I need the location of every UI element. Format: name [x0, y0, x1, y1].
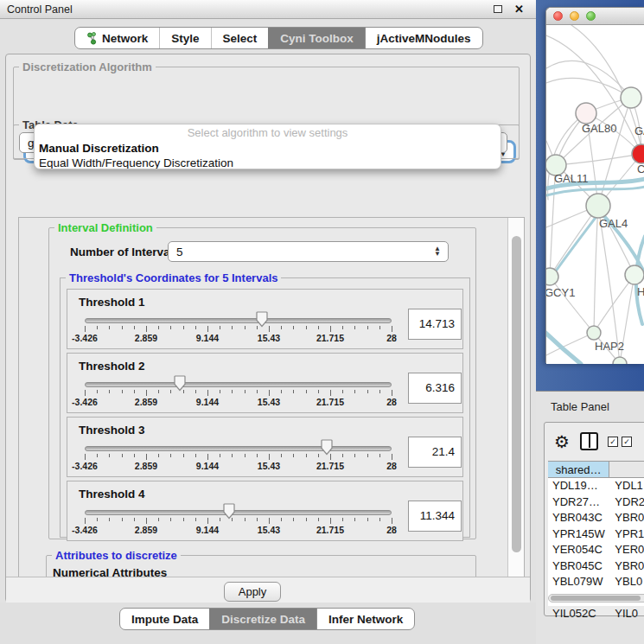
tick-mark	[232, 518, 233, 521]
tick-mark	[85, 390, 86, 396]
threshold-value-field[interactable]: 11.344	[408, 501, 462, 532]
close-icon[interactable]: ✕	[514, 3, 524, 15]
table-row[interactable]: YER054CYER0	[548, 542, 644, 558]
tick-mark	[392, 518, 392, 524]
tick-mark	[293, 326, 294, 329]
network-node-gal80[interactable]	[576, 103, 596, 124]
float-window-icon[interactable]	[494, 5, 502, 13]
tab-style[interactable]: Style	[159, 28, 210, 48]
tab-cyni-toolbox[interactable]: Cyni Toolbox	[268, 28, 365, 48]
threshold-value-field[interactable]: 21.4	[408, 437, 462, 468]
table-row[interactable]: YPR145WYPR1	[548, 526, 644, 543]
dropdown-option-equal-width[interactable]: Equal Width/Frequency Discretization	[35, 156, 501, 169]
tick-mark	[392, 454, 392, 460]
network-node-gcy1[interactable]	[546, 268, 558, 285]
scrollbar-thumb[interactable]	[551, 596, 641, 601]
gear-icon[interactable]: ⚙	[554, 431, 570, 452]
threshold-slider-track[interactable]	[85, 382, 392, 387]
settings-vertical-scrollbar[interactable]	[507, 218, 525, 629]
dropdown-option-manual[interactable]: Manual Discretization	[35, 141, 501, 156]
tick-mark	[97, 390, 98, 393]
tab-network[interactable]: Network	[75, 28, 159, 48]
threshold-value-field[interactable]: 14.713	[408, 309, 462, 340]
tick-mark	[245, 518, 245, 521]
bottom-tab-infer-network[interactable]: Infer Network	[316, 609, 414, 629]
tick-mark	[146, 518, 147, 524]
threshold-panel-3: Threshold 3-3.4262.8599.14415.4321.71528…	[67, 417, 463, 477]
algorithm-dropdown-popup: Select algorithm to view settings Manual…	[34, 124, 501, 169]
network-node-c[interactable]	[632, 144, 644, 163]
tick-mark	[85, 518, 86, 524]
bottom-tab-discretize-data[interactable]: Discretize Data	[209, 609, 316, 629]
column-header-shared-name[interactable]: shared…	[548, 462, 609, 477]
tick-mark	[158, 390, 159, 393]
columns-icon[interactable]	[580, 432, 598, 450]
network-edge[interactable]	[594, 275, 634, 333]
threshold-value-field[interactable]: 6.316	[408, 373, 462, 404]
network-edge[interactable]	[556, 154, 641, 165]
table-row[interactable]: YBL079WYBL0	[548, 574, 644, 590]
cell-shared-name: YPR145W	[548, 526, 609, 543]
network-edge[interactable]	[546, 79, 631, 98]
tick-mark	[195, 518, 196, 521]
network-edge-highlighted[interactable]	[546, 326, 581, 364]
table-row[interactable]: YDL19…YDL1	[548, 478, 644, 494]
network-node-ga[interactable]	[621, 87, 641, 108]
network-node-gal4[interactable]	[586, 194, 610, 218]
cell-name: YPR1	[609, 526, 644, 543]
network-icon	[86, 32, 97, 45]
network-canvas[interactable]: GAL80GACGAL11GAL4GCY1HHAP2	[546, 25, 644, 364]
cell-shared-name: YDR27…	[548, 494, 609, 511]
table-row[interactable]: YDR27…YDR2	[548, 494, 644, 511]
tab-jactivemnodules[interactable]: jActiveMNodules	[365, 28, 482, 48]
scrollbar-thumb[interactable]	[512, 236, 521, 552]
tick-label: 9.144	[196, 461, 219, 471]
network-edge[interactable]	[546, 333, 594, 355]
tick-mark	[269, 518, 270, 524]
number-of-intervals-spinner[interactable]: 5 ▲▼	[168, 241, 449, 262]
tick-mark	[269, 390, 270, 396]
network-edge[interactable]	[550, 206, 598, 277]
network-edge[interactable]	[550, 277, 594, 333]
checkbox-checked-icon[interactable]: ✓	[622, 437, 632, 447]
threshold-panel-4: Threshold 4-3.4262.8599.14415.4321.71528…	[67, 481, 463, 541]
threshold-slider-track[interactable]	[85, 510, 392, 515]
network-node-label: GAL11	[554, 172, 589, 185]
tick-label: -3.426	[72, 461, 98, 471]
table-horizontal-scrollbar[interactable]	[548, 594, 644, 603]
close-traffic-light-icon[interactable]	[553, 11, 563, 21]
table-row[interactable]: YBR043CYBR0	[548, 510, 644, 526]
table-row[interactable]: YIL052CYIL0	[548, 606, 644, 622]
column-header-name[interactable]: na	[609, 462, 644, 477]
bottom-tab-impute-data[interactable]: Impute Data	[120, 609, 209, 629]
tab-select[interactable]: Select	[211, 28, 269, 48]
threshold-slider-track[interactable]	[85, 446, 392, 451]
threshold-ticks	[85, 390, 392, 396]
tick-mark	[306, 390, 307, 393]
apply-button[interactable]: Apply	[224, 582, 281, 602]
tick-mark	[330, 454, 331, 460]
network-edge[interactable]	[594, 206, 598, 333]
tick-mark	[109, 390, 110, 393]
tick-mark	[183, 390, 184, 393]
tick-mark	[220, 390, 220, 393]
zoom-traffic-light-icon[interactable]	[586, 11, 596, 21]
tick-mark	[109, 326, 110, 329]
table-row[interactable]: YBR045CYBR0	[548, 558, 644, 575]
network-node-h[interactable]	[625, 265, 644, 284]
tab-label: Select	[223, 32, 258, 45]
tick-label: 21.715	[316, 461, 344, 471]
tick-mark	[306, 326, 307, 329]
threshold-tick-labels: -3.4262.8599.14415.4321.71528	[85, 461, 392, 471]
checkbox-checked-icon[interactable]: ✓	[608, 437, 618, 447]
tick-mark	[342, 454, 343, 457]
threshold-slider-track[interactable]	[85, 318, 392, 323]
tick-mark	[257, 518, 258, 521]
network-view-window: GAL80GACGAL11GAL4GCY1HHAP2	[545, 7, 644, 363]
tick-mark	[330, 390, 331, 396]
tick-label: 28	[386, 525, 397, 535]
thresholds-group: Threshold's Coordinates for 5 Intervals …	[60, 277, 470, 538]
network-node-hap2[interactable]	[587, 326, 601, 340]
spinner-arrows-icon[interactable]: ▲▼	[434, 246, 441, 258]
minimize-traffic-light-icon[interactable]	[570, 11, 579, 21]
